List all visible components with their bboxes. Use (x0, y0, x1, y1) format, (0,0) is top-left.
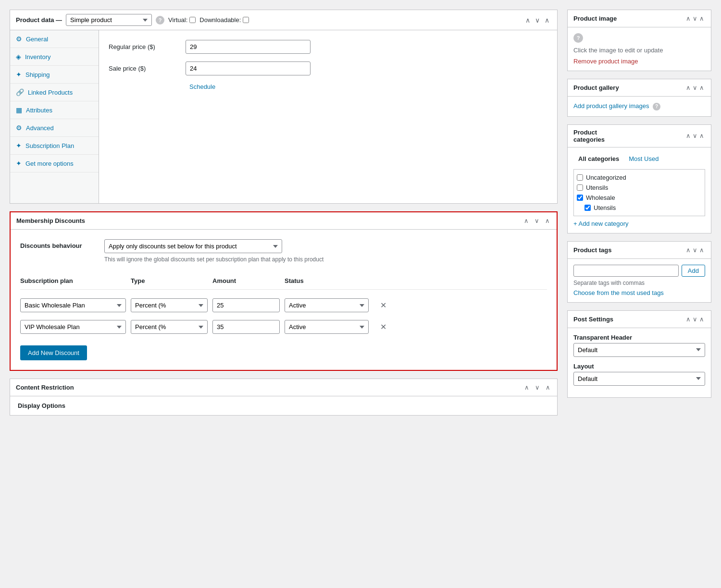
inventory-icon: ◈ (16, 53, 21, 61)
discount-amount-input-1[interactable] (212, 298, 280, 312)
product-categories-up[interactable]: ∧ (685, 131, 692, 140)
sidebar-tab-general[interactable]: ⚙ General (10, 30, 99, 48)
sidebar-tab-advanced[interactable]: ⚙ Advanced (10, 119, 99, 137)
downloadable-checkbox[interactable] (243, 17, 249, 23)
regular-price-label: Regular price ($) (109, 43, 186, 50)
layout-label: Layout (573, 363, 705, 370)
membership-discounts-panel: Membership Discounts ∧ ∨ ∧ Discounts beh… (10, 211, 558, 371)
product-categories-panel: Product categories ∧ ∨ ∧ All categories … (567, 124, 711, 233)
sidebar-tab-label-inventory: Inventory (25, 53, 50, 61)
product-image-up[interactable]: ∧ (685, 14, 692, 23)
post-settings-close[interactable]: ∧ (698, 315, 705, 324)
collapse-close-btn[interactable]: ∧ (543, 15, 551, 25)
discount-plan-select-1[interactable]: Basic Wholesale Plan VIP Wholesale Plan … (20, 298, 126, 312)
add-discount-button[interactable]: Add New Discount (20, 345, 87, 360)
behaviour-select[interactable]: Apply only discounts set below for this … (104, 239, 282, 253)
general-icon: ⚙ (16, 35, 22, 43)
product-gallery-down[interactable]: ∨ (692, 83, 698, 92)
product-categories-close[interactable]: ∧ (698, 131, 705, 140)
transparent-header-row: Transparent Header Default Yes No (573, 334, 705, 357)
schedule-link[interactable]: Schedule (189, 83, 547, 90)
tag-input[interactable] (573, 265, 679, 277)
product-data-body: ⚙ General ◈ Inventory ✦ Shipping 🔗 Linke… (10, 30, 557, 203)
cat-checkbox-uncategorized[interactable] (577, 174, 583, 181)
advanced-icon: ⚙ (16, 124, 22, 132)
discount-status-select-1[interactable]: Active Inactive (285, 298, 369, 312)
transparent-header-select[interactable]: Default Yes No (573, 343, 705, 357)
product-image-help-icon[interactable]: ? (573, 33, 583, 43)
product-image-title: Product image (573, 15, 629, 22)
col-amount: Amount (212, 277, 280, 284)
discount-remove-btn-2[interactable]: ✕ (373, 320, 393, 333)
cat-checkbox-wholesale[interactable] (577, 195, 583, 201)
membership-collapse-up[interactable]: ∧ (523, 216, 530, 225)
discount-row: Basic Wholesale Plan VIP Wholesale Plan … (20, 316, 547, 338)
product-tags-header: Product tags ∧ ∨ ∧ (568, 242, 711, 259)
discount-remove-btn-1[interactable]: ✕ (373, 299, 393, 312)
product-gallery-close[interactable]: ∧ (698, 83, 705, 92)
collapse-down-btn[interactable]: ∨ (533, 15, 542, 25)
subscription-plan-icon: ✦ (16, 142, 22, 149)
attributes-icon: ▦ (16, 106, 22, 114)
content-restriction-up[interactable]: ∧ (523, 383, 530, 392)
sidebar-tab-subscription-plan[interactable]: ✦ Subscription Plan (10, 137, 99, 155)
tab-most-used[interactable]: Most Used (624, 153, 663, 164)
sidebar-tab-inventory[interactable]: ◈ Inventory (10, 48, 99, 66)
product-tags-close[interactable]: ∧ (698, 245, 705, 255)
virtual-label: Virtual: (168, 16, 196, 24)
discount-plan-select-2[interactable]: Basic Wholesale Plan VIP Wholesale Plan … (20, 320, 126, 334)
tab-all-categories[interactable]: All categories (573, 153, 624, 164)
tag-add-button[interactable]: Add (682, 265, 705, 277)
discount-row: Basic Wholesale Plan VIP Wholesale Plan … (20, 294, 547, 316)
gallery-help-icon[interactable]: ? (653, 103, 660, 110)
sidebar-tab-linked-products[interactable]: 🔗 Linked Products (10, 84, 99, 101)
categories-tabs: All categories Most Used (573, 153, 705, 164)
cat-label-uncategorized: Uncategorized (586, 174, 626, 181)
product-type-select[interactable]: Simple product Variable product Grouped … (66, 14, 152, 26)
membership-collapse-down[interactable]: ∨ (534, 216, 540, 225)
discount-status-select-2[interactable]: Active Inactive (285, 320, 369, 334)
sidebar-tab-shipping[interactable]: ✦ Shipping (10, 66, 99, 84)
discount-table-header: Subscription plan Type Amount Status (20, 272, 547, 290)
col-type: Type (131, 277, 208, 284)
product-gallery-up[interactable]: ∧ (685, 83, 692, 92)
list-item: Utensils (577, 183, 702, 193)
product-gallery-content: Add product gallery images ? (568, 97, 711, 116)
remove-product-image-link[interactable]: Remove product image (573, 58, 638, 65)
content-restriction-down[interactable]: ∨ (534, 383, 541, 392)
product-tags-title: Product tags (573, 246, 629, 254)
post-settings-down[interactable]: ∨ (692, 315, 698, 324)
sale-price-input[interactable] (186, 61, 311, 75)
discount-type-select-2[interactable]: Percent (% Fixed ($) (131, 320, 208, 334)
cat-checkbox-utensils[interactable] (577, 184, 583, 191)
discount-type-select-1[interactable]: Percent (% Fixed ($) (131, 298, 208, 312)
choose-tags-link[interactable]: Choose from the most used tags (573, 289, 664, 296)
product-gallery-header: Product gallery ∧ ∨ ∧ (568, 79, 711, 97)
product-image-down[interactable]: ∨ (692, 14, 698, 23)
tab-content-general: Regular price ($) Sale price ($) Schedul… (99, 30, 557, 203)
categories-list: Uncategorized Utensils Wholesale Utensil… (573, 169, 705, 216)
sidebar-tab-attributes[interactable]: ▦ Attributes (10, 101, 99, 119)
product-tags-up[interactable]: ∧ (685, 245, 692, 255)
add-gallery-images-link[interactable]: Add product gallery images (573, 102, 649, 110)
discount-amount-input-2[interactable] (212, 320, 280, 334)
regular-price-input[interactable] (186, 40, 311, 54)
layout-select[interactable]: Default Full Width Boxed (573, 372, 705, 386)
add-new-category-link[interactable]: + Add new category (573, 220, 705, 227)
sidebar-tab-label-linked-products: Linked Products (28, 89, 73, 96)
content-restriction-close[interactable]: ∧ (545, 383, 551, 392)
cat-checkbox-utensils-sub[interactable] (584, 205, 591, 211)
product-image-close[interactable]: ∧ (698, 14, 705, 23)
product-categories-down[interactable]: ∨ (692, 131, 698, 140)
virtual-checkbox[interactable] (189, 17, 196, 23)
product-tags-panel: Product tags ∧ ∨ ∧ Add Separate tags wit… (567, 241, 711, 303)
product-tags-down[interactable]: ∨ (692, 245, 698, 255)
post-settings-up[interactable]: ∧ (685, 315, 692, 324)
product-type-help-icon[interactable]: ? (156, 16, 164, 24)
product-categories-header: Product categories ∧ ∨ ∧ (568, 125, 711, 147)
collapse-up-btn[interactable]: ∧ (523, 15, 532, 25)
sidebar-tab-get-more-options[interactable]: ✦ Get more options (10, 155, 99, 172)
regular-price-row: Regular price ($) (109, 40, 547, 54)
right-sidebar: Product image ∧ ∨ ∧ ? Click the image to… (567, 10, 711, 578)
membership-collapse-close[interactable]: ∧ (544, 216, 551, 225)
